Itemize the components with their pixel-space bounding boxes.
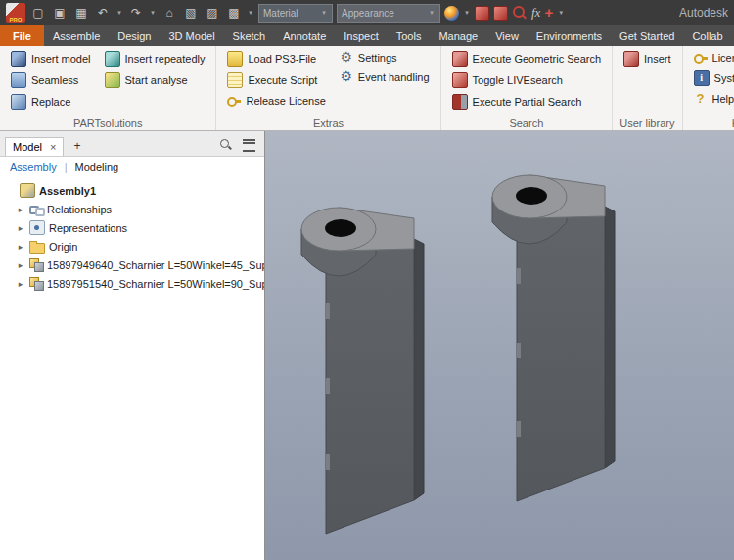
tab-sketch[interactable]: Sketch: [224, 25, 275, 46]
licenses-button[interactable]: Licenses: [691, 50, 734, 66]
button-label: Load PS3-File: [248, 53, 316, 65]
tab-3d-model[interactable]: 3D Model: [161, 25, 224, 46]
tab-tools[interactable]: Tools: [388, 25, 431, 46]
system-info-icon: [694, 70, 710, 86]
toggle-livesearch-button[interactable]: Toggle LIVEsearch: [449, 71, 604, 89]
expand-chevron-icon[interactable]: ▸: [16, 223, 25, 233]
tab-collaborate[interactable]: Collab: [683, 25, 731, 46]
seamless-button[interactable]: Seamless: [8, 71, 94, 89]
tab-get-started[interactable]: Get Started: [611, 25, 683, 46]
material-combo-value: Material: [263, 8, 298, 19]
tab-view[interactable]: View: [486, 25, 528, 46]
start-analyse-button[interactable]: Start analyse: [102, 71, 208, 89]
execute-script-button[interactable]: Execute Script: [224, 71, 328, 89]
main-area: Model × + Assembly | Modeling Assembly1 …: [0, 131, 734, 560]
group-help: Licenses System info/Sup Help Help: [683, 46, 734, 130]
partial-search-cube-icon[interactable]: [493, 6, 508, 21]
material-combo[interactable]: Material ▾: [258, 4, 333, 23]
appearance-combo[interactable]: Appearance ▾: [337, 4, 440, 23]
button-label: Insert model: [31, 53, 91, 65]
undo-dropdown-caret[interactable]: ▾: [115, 9, 123, 17]
appearance-combo-value: Appearance: [342, 8, 394, 19]
redo-dropdown-caret[interactable]: ▾: [149, 9, 157, 17]
hinge-model-winkel90[interactable]: [492, 175, 615, 501]
chevron-down-icon: ▾: [320, 9, 328, 17]
render-dropdown-caret[interactable]: ▾: [463, 9, 471, 17]
display-icon[interactable]: [204, 1, 221, 24]
livesearch-icon[interactable]: [512, 5, 528, 21]
subtab-assembly[interactable]: Assembly: [10, 162, 57, 173]
hinge-model-winkel45[interactable]: [301, 208, 424, 534]
render-sphere-icon[interactable]: [444, 6, 459, 21]
insert-model-button[interactable]: Insert model: [8, 50, 94, 68]
tab-file[interactable]: File: [0, 25, 44, 46]
settings-button[interactable]: Settings: [337, 50, 433, 66]
expand-chevron-icon[interactable]: ▸: [16, 242, 25, 252]
button-label: Toggle LIVEsearch: [473, 74, 563, 86]
button-label: Replace: [31, 96, 70, 108]
insert-repeatedly-icon: [105, 51, 120, 67]
save-icon[interactable]: [72, 1, 90, 24]
execute-geometric-search-button[interactable]: Execute Geometric Search: [449, 50, 604, 68]
app-logo[interactable]: PRO: [6, 3, 25, 23]
new-file-icon[interactable]: [29, 1, 47, 24]
expand-chevron-icon[interactable]: ▸: [16, 260, 25, 270]
close-icon[interactable]: ×: [50, 142, 56, 152]
expand-chevron-icon[interactable]: ▸: [16, 279, 25, 289]
tree-item-representations[interactable]: ▸ Representations: [0, 218, 264, 237]
partial-search-icon: [452, 94, 468, 110]
tab-manage[interactable]: Manage: [430, 25, 486, 46]
tree-item-label: Relationships: [47, 204, 112, 215]
button-label: Event handling: [358, 71, 430, 83]
more-dropdown-caret[interactable]: ▾: [557, 9, 565, 17]
redo-icon[interactable]: [127, 1, 145, 24]
model-state-icon[interactable]: [182, 1, 200, 24]
undo-icon[interactable]: [94, 1, 112, 24]
group-label-search: Search: [441, 117, 612, 129]
help-button[interactable]: Help: [691, 91, 734, 107]
viewport-3d[interactable]: [265, 131, 734, 560]
insert-user-library-button[interactable]: Insert: [620, 50, 674, 68]
event-handling-button[interactable]: Event handling: [337, 70, 433, 85]
insert-repeatedly-button[interactable]: Insert repeatedly: [102, 50, 208, 68]
button-label: Start analyse: [125, 74, 188, 86]
button-label: Help: [712, 93, 734, 105]
tree-item-origin[interactable]: ▸ Origin: [0, 237, 264, 256]
button-label: Execute Geometric Search: [473, 53, 601, 65]
tree-item-label: 15897951540_Scharnier L=50Winkel=90_Supp…: [47, 278, 264, 290]
expand-chevron-icon[interactable]: ▸: [16, 205, 25, 214]
tab-environments[interactable]: Environments: [528, 25, 611, 46]
replace-button[interactable]: Replace: [8, 93, 94, 111]
tree-item-part-winkel90[interactable]: ▸ 15897951540_Scharnier L=50Winkel=90_Su…: [0, 274, 264, 293]
group-partsolutions: Insert model Seamless Replace Insert rep…: [0, 46, 216, 130]
home-icon[interactable]: [161, 1, 178, 24]
button-label: Execute Partial Search: [473, 96, 582, 108]
hinge-hole: [516, 187, 547, 205]
add-icon[interactable]: +: [544, 5, 553, 21]
tab-design[interactable]: Design: [109, 25, 160, 46]
model-panel-tab[interactable]: Model ×: [5, 137, 64, 156]
button-label: Execute Script: [248, 74, 317, 86]
release-license-button[interactable]: Release License: [224, 93, 328, 109]
add-panel-tab-button[interactable]: +: [67, 136, 87, 156]
tree-item-relationships[interactable]: ▸ Relationships: [0, 200, 264, 218]
tree-item-label: Origin: [49, 241, 77, 253]
search-icon[interactable]: [219, 138, 233, 152]
tab-assemble[interactable]: Assemble: [44, 25, 109, 46]
fx-parameters-icon[interactable]: fx: [531, 5, 540, 21]
insert-model-icon: [11, 51, 26, 67]
open-folder-icon[interactable]: [51, 1, 69, 24]
system-info-button[interactable]: System info/Sup: [691, 70, 734, 87]
hamburger-menu-icon[interactable]: [243, 139, 255, 152]
load-ps3-file-button[interactable]: Load PS3-File: [224, 50, 328, 68]
subtab-modeling[interactable]: Modeling: [75, 162, 119, 173]
tree-item-part-winkel45[interactable]: ▸ 15897949640_Scharnier L=50Winkel=45_Su…: [0, 256, 264, 274]
display-dropdown-caret[interactable]: ▾: [247, 9, 254, 17]
geometric-search-cube-icon[interactable]: [475, 6, 489, 21]
tree-item-assembly1[interactable]: Assembly1: [0, 181, 264, 200]
tab-inspect[interactable]: Inspect: [335, 25, 387, 46]
execute-partial-search-button[interactable]: Execute Partial Search: [449, 93, 604, 111]
tab-annotate[interactable]: Annotate: [274, 25, 335, 46]
group-label-extras: Extras: [216, 117, 439, 129]
presentation-icon[interactable]: [225, 1, 243, 24]
